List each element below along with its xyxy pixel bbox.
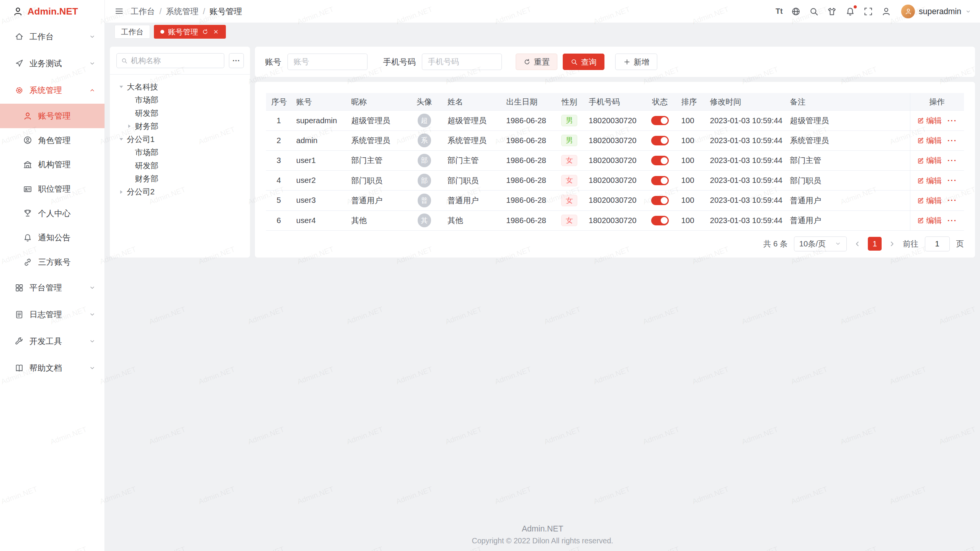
tab-workbench[interactable]: 工作台	[114, 25, 150, 39]
query-button-label: 查询	[581, 57, 597, 67]
cell-sort: 100	[676, 210, 705, 230]
top-header: 工作台/系统管理/账号管理 Tt superadmin	[105, 0, 980, 23]
current-page-button[interactable]: 1	[868, 237, 882, 251]
tree-node[interactable]: 研发部	[116, 159, 244, 172]
sidebar-item-label: 平台管理	[29, 282, 89, 293]
font-size-icon[interactable]: Tt	[776, 7, 782, 16]
status-toggle[interactable]	[651, 116, 669, 125]
add-button-label: 新增	[634, 57, 649, 67]
tree-node-label: 财务部	[135, 121, 158, 132]
more-actions-button[interactable]: ···	[947, 116, 957, 125]
tree-node[interactable]: 分公司1	[116, 133, 244, 146]
status-toggle[interactable]	[651, 136, 669, 145]
row-avatar: 部	[418, 154, 431, 168]
column-header-modified_time: 修改时间	[705, 93, 785, 111]
cell-modified_time: 2023-01-03 10:59:44	[705, 130, 785, 150]
more-actions-button[interactable]: ···	[947, 216, 957, 225]
org-more-button[interactable]: ···	[229, 53, 244, 68]
row-avatar: 超	[418, 114, 431, 127]
user-setting-icon[interactable]	[881, 7, 891, 16]
edit-button[interactable]: 编辑	[917, 135, 942, 146]
more-actions-button[interactable]: ···	[947, 176, 957, 184]
sidebar-item-dev-tools[interactable]: 开发工具	[0, 328, 105, 355]
cell-actions: 编辑···	[910, 150, 964, 170]
account-input[interactable]	[287, 54, 368, 70]
breadcrumb-item-workbench[interactable]: 工作台	[131, 6, 155, 17]
org-search-input[interactable]	[131, 56, 220, 65]
search-icon[interactable]	[809, 7, 819, 16]
bell-icon[interactable]	[845, 7, 855, 16]
status-toggle[interactable]	[651, 196, 669, 205]
edit-button[interactable]: 编辑	[917, 175, 942, 186]
edit-button[interactable]: 编辑	[917, 155, 942, 166]
more-actions-button[interactable]: ···	[947, 156, 957, 165]
status-toggle[interactable]	[651, 216, 669, 225]
tree-node[interactable]: 研发部	[116, 106, 244, 119]
tree-node[interactable]: 大名科技	[116, 80, 244, 93]
edit-button[interactable]: 编辑	[917, 215, 942, 226]
page-size-select[interactable]: 10条/页	[794, 236, 847, 251]
query-button[interactable]: 查询	[563, 54, 605, 70]
row-avatar: 系	[418, 134, 431, 147]
refresh-icon	[523, 58, 531, 66]
cell-status	[644, 130, 676, 150]
tree-node[interactable]: 分公司2	[116, 185, 244, 198]
prev-page-button[interactable]	[853, 240, 862, 248]
breadcrumb-item-system-manage[interactable]: 系统管理	[166, 6, 199, 17]
caret-down-icon	[118, 135, 125, 143]
cell-phone: 18020030720	[584, 111, 644, 130]
next-page-button[interactable]	[888, 240, 897, 248]
test-icon	[15, 59, 24, 68]
edit-button-label: 编辑	[926, 175, 942, 186]
fullscreen-icon[interactable]	[863, 7, 873, 16]
user-menu[interactable]: superadmin	[901, 5, 971, 18]
sidebar-item-help-docs[interactable]: 帮助文档	[0, 355, 105, 381]
tree-node[interactable]: 市场部	[116, 93, 244, 106]
edit-button[interactable]: 编辑	[917, 195, 942, 206]
sidebar-item-org-manage[interactable]: 机构管理	[0, 152, 105, 177]
cell-sort: 100	[676, 171, 705, 191]
gender-badge: 女	[561, 175, 577, 186]
avatar-person-icon	[905, 8, 912, 15]
total-count: 共 6 条	[763, 238, 787, 249]
close-icon	[212, 28, 219, 35]
search-icon	[570, 58, 578, 66]
globe-icon[interactable]	[791, 7, 801, 16]
sidebar-item-third-account[interactable]: 三方账号	[0, 250, 105, 274]
skin-icon[interactable]	[827, 7, 837, 16]
org-divider	[110, 74, 250, 75]
tree-node[interactable]: 财务部	[116, 120, 244, 133]
cell-nickname: 普通用户	[346, 191, 406, 210]
sidebar-item-role-manage[interactable]: 角色管理	[0, 128, 105, 153]
more-actions-button[interactable]: ···	[947, 136, 957, 145]
status-toggle[interactable]	[651, 156, 669, 165]
sidebar-item-notice[interactable]: 通知公告	[0, 225, 105, 250]
more-actions-button[interactable]: ···	[947, 196, 957, 204]
gender-badge: 女	[561, 195, 577, 206]
reset-button[interactable]: 重置	[516, 54, 558, 70]
hamburger-icon[interactable]	[114, 7, 124, 16]
sidebar-item-business-test[interactable]: 业务测试	[0, 50, 105, 77]
cell-remark: 普通用户	[785, 210, 910, 230]
tab-account-manage[interactable]: 账号管理	[154, 25, 226, 39]
sidebar-item-log-manage[interactable]: 日志管理	[0, 301, 105, 328]
edit-button[interactable]: 编辑	[917, 115, 942, 126]
phone-input[interactable]	[422, 54, 502, 70]
sidebar-item-workbench[interactable]: 工作台	[0, 23, 105, 50]
sidebar-item-account-manage[interactable]: 账号管理	[0, 104, 105, 128]
sidebar-item-platform-manage[interactable]: 平台管理	[0, 274, 105, 301]
tree-caret-spacer	[126, 162, 133, 170]
sidebar-item-system-manage[interactable]: 系统管理	[0, 77, 105, 104]
footer-title: Admin.NET	[110, 524, 975, 533]
add-button[interactable]: 新增	[615, 54, 657, 70]
table-row: 4user2部门职员部部门职员1986-06-28女18020030720100…	[266, 171, 964, 191]
goto-page-input[interactable]	[925, 236, 950, 251]
tree-node[interactable]: 财务部	[116, 172, 244, 185]
sidebar-item-personal-center[interactable]: 个人中心	[0, 201, 105, 226]
sidebar-item-position-manage[interactable]: 职位管理	[0, 177, 105, 201]
cell-modified_time: 2023-01-03 10:59:44	[705, 171, 785, 191]
status-toggle[interactable]	[651, 176, 669, 185]
cell-birth_date: 1986-06-28	[501, 150, 555, 170]
sidebar-item-label: 角色管理	[38, 135, 96, 146]
tree-node[interactable]: 市场部	[116, 146, 244, 159]
